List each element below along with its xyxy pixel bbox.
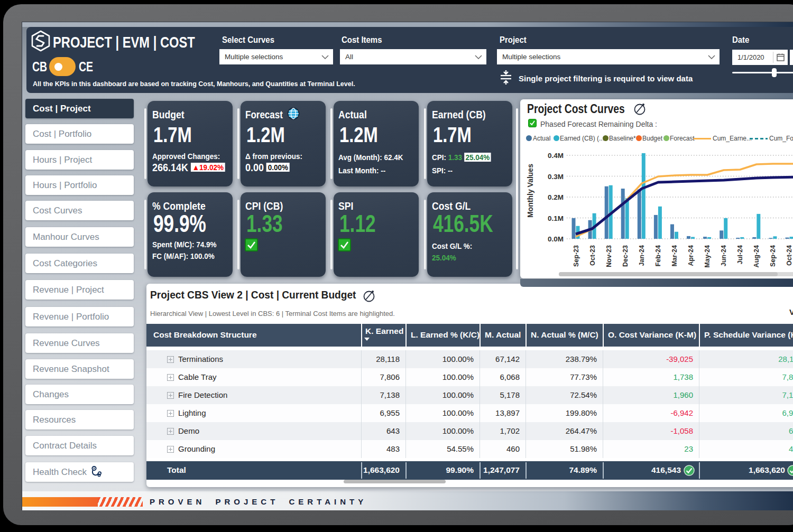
svg-text:0.1M: 0.1M <box>548 214 564 222</box>
svg-text:Monthly Values: Monthly Values <box>526 164 534 218</box>
svg-text:Jan-24: Jan-24 <box>638 245 646 266</box>
svg-text:Aug-24: Aug-24 <box>753 245 760 267</box>
svg-text:Nov-23: Nov-23 <box>605 245 613 267</box>
svg-text:Dec-23: Dec-23 <box>622 245 629 267</box>
svg-text:Oct-23: Oct-23 <box>589 245 596 266</box>
svg-text:0.0M: 0.0M <box>548 235 564 243</box>
svg-text:Sep-23: Sep-23 <box>573 245 580 267</box>
svg-text:Sep-24: Sep-24 <box>769 245 777 267</box>
svg-text:Oct-24: Oct-24 <box>786 245 793 266</box>
svg-text:0.2M: 0.2M <box>548 193 564 201</box>
svg-text:May-24: May-24 <box>704 245 711 267</box>
svg-text:Feb-24: Feb-24 <box>654 245 662 266</box>
svg-text:0.3M: 0.3M <box>548 173 564 181</box>
svg-text:0.4M: 0.4M <box>548 152 564 160</box>
svg-text:Mar-24: Mar-24 <box>671 245 678 266</box>
svg-text:Apr-24: Apr-24 <box>687 245 695 266</box>
svg-text:Jun-24: Jun-24 <box>720 245 727 266</box>
svg-text:Jul-24: Jul-24 <box>736 245 744 264</box>
